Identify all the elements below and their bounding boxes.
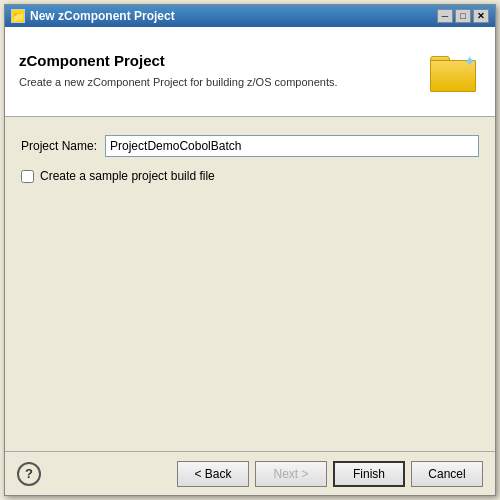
finish-button[interactable]: Finish (333, 461, 405, 487)
sample-build-checkbox[interactable] (21, 170, 34, 183)
form-section: Project Name: Create a sample project bu… (5, 117, 495, 451)
maximize-button[interactable]: □ (455, 9, 471, 23)
header-text: zComponent Project Create a new zCompone… (19, 52, 427, 90)
next-button[interactable]: Next > (255, 461, 327, 487)
window-icon: 📁 (11, 9, 25, 23)
header-section: zComponent Project Create a new zCompone… (5, 27, 495, 117)
checkbox-row: Create a sample project build file (21, 169, 479, 183)
project-name-label: Project Name: (21, 139, 97, 153)
title-bar-left: 📁 New zComponent Project (11, 9, 175, 23)
project-name-input[interactable] (105, 135, 479, 157)
close-button[interactable]: ✕ (473, 9, 489, 23)
main-window: 📁 New zComponent Project ─ □ ✕ zComponen… (4, 4, 496, 496)
button-bar: ? < Back Next > Finish Cancel (5, 451, 495, 495)
header-icon-area: ✦ (427, 45, 481, 99)
help-button[interactable]: ? (17, 462, 41, 486)
navigation-buttons: < Back Next > Finish Cancel (177, 461, 483, 487)
header-title: zComponent Project (19, 52, 427, 69)
title-bar-controls: ─ □ ✕ (437, 9, 489, 23)
title-bar: 📁 New zComponent Project ─ □ ✕ (5, 5, 495, 27)
back-button[interactable]: < Back (177, 461, 249, 487)
checkbox-label[interactable]: Create a sample project build file (40, 169, 215, 183)
header-description: Create a new zComponent Project for buil… (19, 75, 427, 90)
sparkle-icon: ✦ (463, 52, 476, 71)
minimize-button[interactable]: ─ (437, 9, 453, 23)
folder-icon: ✦ (430, 52, 478, 92)
window-title: New zComponent Project (30, 9, 175, 23)
project-name-row: Project Name: (21, 135, 479, 157)
content-area: zComponent Project Create a new zCompone… (5, 27, 495, 495)
cancel-button[interactable]: Cancel (411, 461, 483, 487)
